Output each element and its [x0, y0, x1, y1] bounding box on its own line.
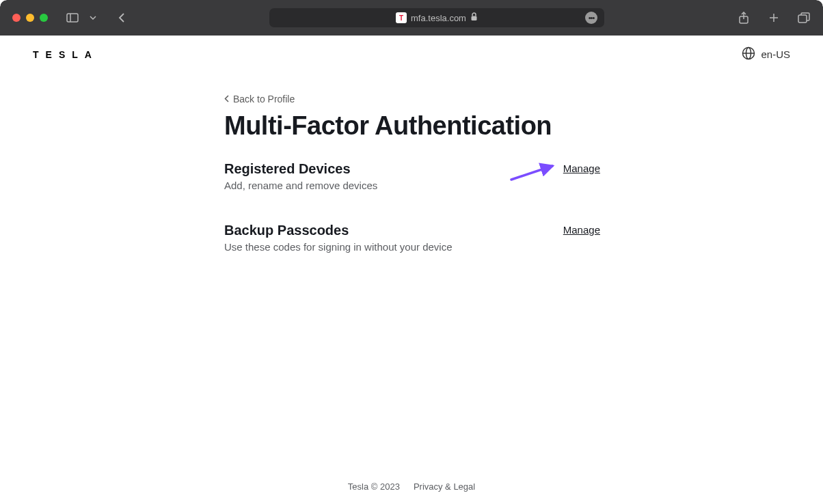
share-button[interactable] [737, 11, 751, 25]
maximize-window-button[interactable] [40, 14, 48, 22]
tab-dropdown-button[interactable] [86, 11, 100, 25]
new-tab-button[interactable] [767, 11, 781, 25]
browser-back-button[interactable] [115, 11, 129, 25]
language-selector[interactable]: en-US [742, 46, 790, 62]
tab-overview-button[interactable] [797, 11, 811, 25]
sidebar-toggle-button[interactable] [66, 11, 79, 25]
window-controls [12, 14, 48, 22]
back-to-profile-link[interactable]: Back to Profile [224, 94, 600, 104]
globe-icon [742, 46, 755, 62]
section-registered-devices: Registered Devices Add, rename and remov… [224, 161, 600, 193]
svg-rect-2 [471, 16, 476, 21]
footer-legal-link[interactable]: Privacy & Legal [414, 481, 475, 492]
section-title: Backup Passcodes [224, 223, 453, 238]
footer-copyright: Tesla © 2023 [348, 481, 400, 492]
manage-passcodes-link[interactable]: Manage [563, 224, 600, 236]
svg-rect-7 [798, 15, 807, 23]
main-content: Back to Profile Multi-Factor Authenticat… [224, 73, 600, 254]
minimize-window-button[interactable] [26, 14, 34, 22]
address-bar[interactable]: T mfa.tesla.com ••• [269, 8, 604, 27]
section-title: Registered Devices [224, 161, 377, 177]
browser-toolbar: T mfa.tesla.com ••• [0, 0, 823, 36]
section-description: Use these codes for signing in without y… [224, 240, 453, 254]
language-label: en-US [761, 48, 790, 60]
site-header: TESLA en-US [0, 36, 823, 73]
section-backup-passcodes: Backup Passcodes Use these codes for sig… [224, 223, 600, 254]
site-footer: Tesla © 2023 Privacy & Legal [0, 481, 823, 492]
manage-devices-link[interactable]: Manage [563, 163, 600, 174]
site-favicon-icon: T [396, 12, 407, 23]
svg-line-12 [511, 166, 552, 180]
chevron-left-icon [224, 94, 229, 104]
lock-icon [470, 12, 478, 23]
close-window-button[interactable] [12, 14, 21, 22]
back-link-label: Back to Profile [233, 94, 295, 104]
url-text: mfa.tesla.com [411, 13, 466, 23]
svg-rect-0 [67, 14, 78, 22]
annotation-arrow-icon [509, 162, 558, 185]
page-actions-button[interactable]: ••• [585, 12, 597, 24]
tesla-logo[interactable]: TESLA [33, 49, 98, 60]
page-title: Multi-Factor Authentication [224, 111, 600, 141]
section-description: Add, rename and remove devices [224, 178, 377, 193]
